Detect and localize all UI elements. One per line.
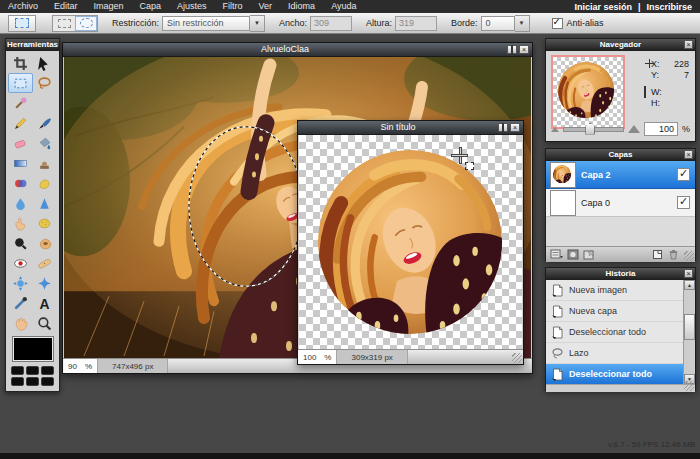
close-button[interactable]: ×: [510, 123, 520, 132]
height-input[interactable]: 319: [395, 16, 437, 31]
history-item[interactable]: Deseleccionar todo: [546, 322, 688, 343]
untitled-zoom-indicator[interactable]: 100 %: [298, 350, 337, 364]
tool-brush[interactable]: [33, 113, 58, 133]
menu-ver[interactable]: Ver: [251, 0, 281, 13]
border-select[interactable]: 0: [481, 16, 515, 31]
tool-pinch[interactable]: [33, 273, 58, 293]
main-window-titlebar[interactable]: AlvueloClaa ×: [63, 43, 532, 57]
layer-styles-button[interactable]: [583, 249, 595, 260]
swatch-cell[interactable]: [11, 377, 24, 386]
restriction-dropdown-arrow-icon[interactable]: ▼: [250, 15, 265, 32]
swatch-cell[interactable]: [26, 377, 39, 386]
history-item-selected[interactable]: Deseleccionar todo: [546, 364, 688, 384]
login-link[interactable]: Iniciar sesión: [574, 2, 632, 12]
menu-idioma[interactable]: Idioma: [280, 0, 323, 13]
rectangle-shape-button[interactable]: [53, 16, 75, 31]
maximize-button[interactable]: [498, 123, 508, 132]
tool-marquee[interactable]: [8, 73, 33, 93]
menu-filtro[interactable]: Filtro: [215, 0, 251, 13]
tool-move[interactable]: [33, 53, 58, 73]
marquee-shape-group: [52, 15, 98, 32]
menu-ajustes[interactable]: Ajustes: [169, 0, 215, 13]
menu-editar[interactable]: Editar: [46, 0, 86, 13]
register-link[interactable]: Inscribirse: [646, 2, 692, 12]
panel-close-icon[interactable]: ×: [684, 269, 693, 278]
tool-blur[interactable]: [8, 193, 33, 213]
tool-gradient[interactable]: [8, 153, 33, 173]
layer-row-capa2[interactable]: Capa 2: [546, 161, 695, 189]
active-tool-indicator[interactable]: [8, 15, 36, 32]
tool-clone-stamp[interactable]: [33, 153, 58, 173]
layers-header[interactable]: Capas ×: [546, 149, 695, 161]
history-item[interactable]: Lazo: [546, 343, 688, 364]
swatch-cell[interactable]: [26, 366, 39, 375]
tool-hand[interactable]: [8, 313, 33, 333]
zoom-percent-input[interactable]: 100: [644, 122, 678, 136]
maximize-button[interactable]: [507, 45, 517, 54]
tool-type[interactable]: A: [33, 293, 58, 313]
pencil-icon: [13, 116, 28, 131]
width-input[interactable]: 309: [310, 16, 352, 31]
history-header[interactable]: Historia ×: [546, 268, 695, 280]
tool-pencil[interactable]: [8, 113, 33, 133]
swatch-cell[interactable]: [41, 366, 54, 375]
antialias-checkbox[interactable]: [552, 18, 563, 29]
swatch-cell[interactable]: [41, 377, 54, 386]
tool-smudge[interactable]: [8, 213, 33, 233]
ellipse-shape-button[interactable]: [75, 16, 97, 31]
resize-grip[interactable]: [684, 381, 694, 391]
tool-wand[interactable]: [8, 93, 33, 113]
tool-lasso[interactable]: [33, 73, 58, 93]
tool-zoom[interactable]: [33, 313, 58, 333]
navigator-thumbnail[interactable]: [551, 55, 625, 129]
tool-dodge[interactable]: [8, 233, 33, 253]
resize-grip[interactable]: [684, 251, 694, 261]
history-item[interactable]: Nueva imagen: [546, 280, 688, 301]
new-layer-button[interactable]: [652, 249, 663, 260]
zoom-in-icon[interactable]: [628, 125, 640, 133]
magnifier-icon: [37, 316, 52, 331]
close-button[interactable]: ×: [519, 45, 529, 54]
history-item[interactable]: Nueva capa: [546, 301, 688, 322]
untitled-canvas[interactable]: [299, 135, 522, 350]
tool-heal[interactable]: [33, 253, 58, 273]
zoom-slider[interactable]: [563, 127, 624, 132]
swatch-cell[interactable]: [11, 366, 24, 375]
tool-sharpen[interactable]: [33, 193, 58, 213]
tool-color-replace[interactable]: [8, 173, 33, 193]
resize-grip[interactable]: [512, 353, 522, 363]
menu-capa[interactable]: Capa: [132, 0, 170, 13]
panel-close-icon[interactable]: ×: [684, 150, 693, 159]
untitled-titlebar[interactable]: Sin título ×: [298, 121, 523, 135]
tool-red-eye[interactable]: [8, 253, 33, 273]
tool-burn[interactable]: [33, 233, 58, 253]
tool-eraser[interactable]: [8, 133, 33, 153]
border-dropdown-arrow-icon[interactable]: ▼: [515, 15, 530, 32]
layer-settings-button[interactable]: [550, 249, 563, 260]
layer-row-capa0[interactable]: Capa 0: [546, 189, 695, 217]
scrollbar-thumb[interactable]: [684, 314, 695, 340]
layer-visibility-checkbox[interactable]: [677, 196, 690, 209]
tool-eyedropper[interactable]: [8, 293, 33, 313]
layer-visibility-checkbox[interactable]: [677, 168, 690, 181]
tool-fill[interactable]: [33, 133, 58, 153]
tools-panel-title[interactable]: Herramientas: [6, 39, 59, 51]
delete-layer-button[interactable]: [668, 249, 679, 260]
history-scrollbar[interactable]: ▲ ▼: [683, 280, 695, 384]
tool-draw[interactable]: [33, 173, 58, 193]
menu-imagen[interactable]: Imagen: [86, 0, 132, 13]
zoom-out-icon[interactable]: [551, 127, 559, 132]
foreground-color-swatch[interactable]: [13, 337, 53, 361]
panel-close-icon[interactable]: ×: [684, 40, 693, 49]
tool-bloat[interactable]: [8, 273, 33, 293]
scroll-up-icon[interactable]: ▲: [684, 280, 695, 290]
zoom-slider-thumb[interactable]: [585, 123, 595, 135]
tool-crop[interactable]: [8, 53, 33, 73]
restriction-select[interactable]: Sin restricción: [162, 16, 250, 31]
tool-sponge[interactable]: [33, 213, 58, 233]
navigator-header[interactable]: Navegador ×: [546, 39, 695, 51]
menu-archivo[interactable]: Archivo: [0, 0, 46, 13]
layer-mask-button[interactable]: [567, 249, 579, 260]
menu-ayuda[interactable]: Ayuda: [323, 0, 364, 13]
main-zoom-indicator[interactable]: 90 %: [63, 359, 98, 373]
